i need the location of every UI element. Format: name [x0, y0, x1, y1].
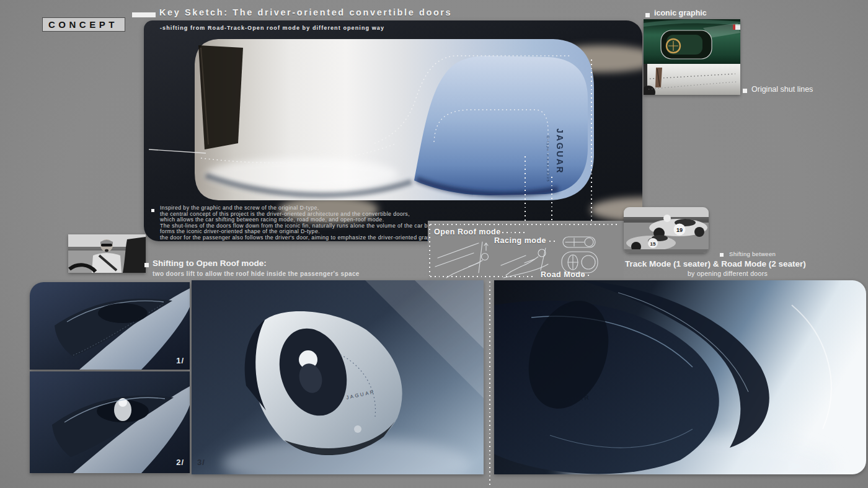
concept-stamp: CONCEPT	[42, 17, 125, 32]
render-2-label: 2/	[176, 458, 184, 467]
original-shut-lines-label: Original shut lines	[751, 85, 813, 94]
render-4-art: JAGUAR	[494, 280, 866, 474]
race-car-number-19: 19	[676, 227, 683, 233]
mode-label-racing: Racing mode	[494, 236, 546, 245]
iconic-graphic-bullet-icon	[645, 13, 650, 17]
iconic-graphic-label: iconic graphic	[654, 9, 707, 17]
racing-leader-dots	[549, 241, 558, 242]
render-1-art	[30, 282, 190, 370]
paragraph-bullet-icon	[151, 209, 154, 212]
section-divider-dotted-line	[489, 277, 490, 488]
render-3-art: JAGUAR	[192, 280, 484, 474]
open-roof-note-heading: Shifting to Open Roof mode:	[153, 259, 267, 268]
header-dash-icon	[132, 12, 156, 17]
page-title: Key Sketch: The driver-oriented converti…	[159, 7, 452, 17]
key-sketch-panel: -shifting from Road-Track-Open roof mode…	[144, 20, 642, 241]
track-road-subnote: by opening different doors	[625, 270, 768, 277]
open-roof-note-body: two doors lift to allow the roof hide in…	[153, 270, 360, 277]
race-car-number-15: 15	[650, 241, 656, 247]
shifting-between-bullet-icon	[720, 253, 724, 257]
description-line: the door for the passenger also follows …	[160, 235, 440, 241]
render-3-label: 3/	[197, 458, 205, 467]
leader-dotted-line-open-roof	[525, 156, 526, 231]
open-roof-note-bullet-icon	[144, 263, 149, 267]
track-road-heading: Track Mode (1 seater) & Road Mode (2 sea…	[625, 259, 806, 268]
vintage-race-art: 19 15	[624, 207, 709, 253]
concept-label: CONCEPT	[48, 19, 118, 30]
road-leader-dots	[583, 275, 591, 276]
open-roof-figure-sketch	[435, 242, 489, 278]
shut-lines-bullet-icon	[743, 89, 747, 93]
vintage-race-photo: 19 15	[624, 207, 709, 253]
seating-mode-diagram: Open Roof mode Racing mode Road Mode	[428, 221, 624, 280]
render-image-2: 2/	[30, 371, 190, 473]
render-2-art	[30, 371, 190, 473]
render-image-3: JAGUAR 3/	[192, 280, 484, 474]
render-image-1: 1/	[30, 282, 190, 370]
mode-label-road: Road Mode	[541, 270, 585, 279]
concept-board-page: { "colors": { "page_bg": "#8a8a8a", "pan…	[0, 0, 868, 488]
sketch-model-text: D-type vision 2035	[546, 136, 550, 182]
sketch-brand-text: JAGUAR	[555, 128, 565, 174]
driver-photo	[68, 234, 146, 273]
render-1-label: 1/	[176, 356, 184, 365]
top-view-seat-sketches	[562, 237, 598, 273]
shifting-between-label: Shifting between	[729, 251, 776, 257]
driver-photo-art	[68, 234, 146, 273]
dtype-reference-art	[644, 19, 740, 95]
concept-description: Inspired by the graphic and the screw of…	[160, 205, 440, 241]
dtype-reference-photo	[644, 19, 740, 95]
open-roof-leader-dots	[502, 232, 525, 233]
mode-label-open-roof: Open Roof mode	[434, 228, 501, 236]
render-image-4: JAGUAR	[494, 280, 866, 474]
